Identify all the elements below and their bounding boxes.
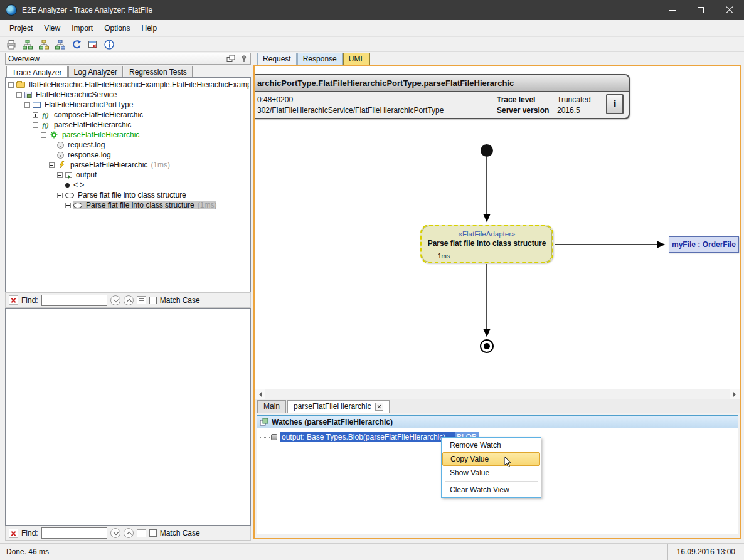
tree-item-parse[interactable]: parseFlatFileHierarchic	[6, 120, 250, 130]
expand-expander-icon[interactable]	[33, 112, 38, 118]
undo-icon[interactable]	[70, 38, 83, 51]
object-node-myfile[interactable]: myFile : OrderFile	[669, 236, 739, 253]
gear-icon	[49, 131, 58, 139]
expand-expander-icon[interactable]	[65, 203, 71, 208]
collapse-expander-icon[interactable]	[49, 162, 55, 168]
tree-item-parse-activity-instance[interactable]: Parse flat file into class structure (1m…	[6, 200, 250, 210]
tree-item-output[interactable]: output	[6, 170, 250, 180]
menu-options[interactable]: Options	[98, 21, 136, 35]
duration-label: (1ms)	[151, 161, 170, 169]
find-next-icon[interactable]	[110, 528, 120, 538]
menu-project[interactable]: Project	[4, 21, 38, 35]
tree-item-porttype[interactable]: FlatFileHierarchicPortType	[6, 100, 250, 110]
tree-item-compose[interactable]: composeFlatFileHierarchic	[6, 110, 250, 120]
collapse-expander-icon[interactable]	[41, 132, 46, 138]
workspace: Overview Trace Analyzer Log Analyzer Reg…	[0, 52, 744, 543]
expand-expander-icon[interactable]	[57, 172, 63, 178]
tree-item-parse-instance[interactable]: parseFlatFileHierarchic	[6, 130, 250, 140]
minimize-icon	[669, 10, 676, 11]
tree-item-empty-tag[interactable]: < >	[6, 180, 250, 190]
info-icon[interactable]	[103, 38, 115, 51]
tree-item-parse-call[interactable]: parseFlatFileHierarchic (1ms)	[6, 160, 250, 170]
tree-item-response-log[interactable]: response.log	[6, 150, 250, 160]
uml-diagram-canvas[interactable]: archicPortType.FlatFileHierarchicPortTyp…	[255, 66, 740, 389]
match-case-checkbox[interactable]	[149, 529, 157, 537]
close-find-icon[interactable]	[9, 295, 18, 305]
tab-uml[interactable]: UML	[343, 53, 370, 65]
menu-separator	[445, 481, 538, 482]
application-window: E2E Analyzer - Trace Analyzer: FlatFile …	[0, 0, 744, 560]
find-options-icon[interactable]	[137, 529, 146, 537]
folder-icon	[16, 82, 25, 88]
find-bar-top: Find: Match Case	[5, 292, 251, 308]
final-node[interactable]	[481, 340, 493, 352]
watch-value-icon	[271, 434, 277, 440]
tree-item-request-log[interactable]: request.log	[6, 140, 250, 150]
tree-item-service[interactable]: FlatFileHierachicService	[6, 90, 250, 100]
horizontal-scrollbar[interactable]	[255, 389, 740, 399]
menu-item-copy-value[interactable]: Copy Value	[442, 452, 540, 466]
watch-context-menu: Remove Watch Copy Value Show Value Clear…	[441, 437, 541, 498]
minimize-button[interactable]	[657, 0, 686, 20]
menu-item-clear-watch-view[interactable]: Clear Watch View	[442, 483, 540, 497]
tab-response[interactable]: Response	[297, 53, 343, 65]
close-button[interactable]	[715, 0, 744, 20]
bullet-icon	[65, 183, 70, 188]
float-panel-icon[interactable]	[226, 55, 235, 63]
detail-list-panel	[5, 308, 251, 526]
scroll-left-icon[interactable]	[255, 389, 265, 399]
find-options-icon[interactable]	[137, 296, 146, 304]
status-datetime: 16.09.2016 13:00	[667, 544, 744, 560]
activity-node[interactable]: «FlatFileAdapter» Parse flat file into c…	[420, 225, 553, 263]
menu-bar: Project View Import Options Help	[0, 20, 744, 36]
menu-item-remove-watch[interactable]: Remove Watch	[442, 438, 540, 452]
model-tree-yellow-icon[interactable]	[38, 38, 50, 51]
close-tab-icon[interactable]	[375, 403, 383, 411]
collapse-expander-icon[interactable]	[24, 102, 30, 108]
find-next-icon[interactable]	[110, 295, 120, 305]
tree-item-parse-activity[interactable]: Parse flat file into class structure	[6, 190, 250, 200]
analyzer-tabs: Trace Analyzer Log Analyzer Regression T…	[5, 66, 251, 78]
collapse-expander-icon[interactable]	[57, 193, 63, 198]
collapse-expander-icon[interactable]	[16, 92, 22, 98]
watches-header: Watches (parseFlatFileHierarchic)	[257, 416, 738, 428]
tab-main-diagram[interactable]: Main	[257, 400, 286, 413]
find-label: Find:	[21, 529, 38, 537]
find-input[interactable]	[41, 527, 107, 539]
menu-help[interactable]: Help	[136, 21, 163, 35]
duration-label: (1ms)	[198, 201, 217, 209]
tab-parse-diagram[interactable]: parseFlatFileHierarchic	[287, 400, 390, 413]
initial-node[interactable]	[481, 144, 493, 157]
match-case-checkbox[interactable]	[149, 297, 157, 304]
tab-regression-tests[interactable]: Regression Tests	[124, 66, 193, 78]
menu-item-show-value[interactable]: Show Value	[442, 466, 540, 480]
app-icon[interactable]	[6, 4, 17, 16]
activity-duration: 1ms	[438, 253, 450, 260]
collapse-expander-icon[interactable]	[33, 122, 38, 128]
tree-item-example[interactable]: flatFileHierachic.FlatFileHierachicExamp…	[6, 80, 250, 90]
maximize-button[interactable]	[686, 0, 715, 20]
collapse-expander-icon[interactable]	[8, 82, 14, 88]
overview-title: Overview	[8, 55, 40, 63]
function-icon	[41, 121, 50, 129]
tab-request[interactable]: Request	[257, 53, 297, 65]
model-tree-blue-icon[interactable]	[54, 38, 66, 51]
scroll-right-icon[interactable]	[730, 389, 740, 399]
printer-icon[interactable]	[5, 38, 18, 51]
model-tree-green-icon[interactable]	[21, 38, 34, 51]
find-input[interactable]	[41, 295, 107, 306]
close-view-icon[interactable]	[87, 38, 99, 51]
find-previous-icon[interactable]	[124, 528, 134, 538]
overview-panel: Overview Trace Analyzer Log Analyzer Reg…	[5, 53, 251, 541]
maximize-icon	[698, 7, 704, 13]
overview-panel-header: Overview	[5, 53, 251, 65]
diagram-tabs: Main parseFlatFileHierarchic	[255, 399, 740, 413]
close-find-icon[interactable]	[9, 529, 18, 538]
pin-icon[interactable]	[240, 55, 248, 63]
menu-view[interactable]: View	[38, 21, 66, 35]
menu-import[interactable]: Import	[66, 21, 98, 35]
find-previous-icon[interactable]	[124, 295, 134, 305]
tab-log-analyzer[interactable]: Log Analyzer	[68, 66, 123, 78]
watches-icon	[260, 418, 268, 426]
activity-name: Parse flat file into class structure	[422, 239, 552, 248]
